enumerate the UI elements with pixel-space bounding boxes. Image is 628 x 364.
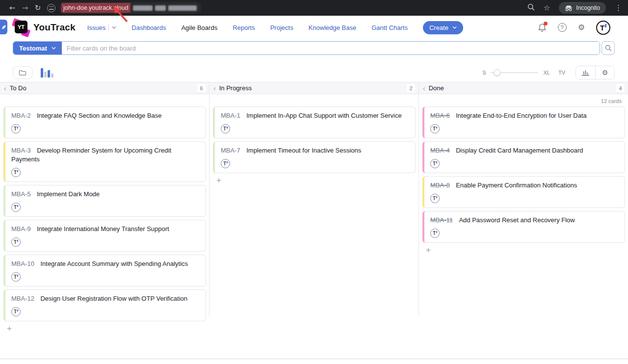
notifications-bell-icon[interactable] — [538, 23, 547, 32]
chart-button[interactable] — [576, 66, 595, 79]
add-card-button[interactable]: + — [7, 324, 14, 333]
slider-knob[interactable] — [494, 69, 500, 76]
column-todo: MBA-2 Integrate FAQ Section and Knowledg… — [0, 94, 209, 317]
user-avatar[interactable]: T — [596, 21, 610, 35]
youtrack-logo[interactable]: YT — [14, 20, 29, 35]
issue-card[interactable]: MBA-1 Implement In-App Chat Support with… — [213, 106, 416, 138]
issue-title: Display Credit Card Management Dashboard — [456, 147, 583, 154]
issue-title: Integrate End-to-End Encryption for User… — [456, 112, 587, 119]
assignee-avatar: T — [430, 159, 440, 168]
board-selector-label: Testomat — [19, 45, 47, 52]
avatar-mark — [436, 231, 437, 233]
collapse-column-icon[interactable]: ‹ — [4, 85, 6, 92]
add-card-button[interactable]: + — [426, 246, 433, 254]
forward-icon[interactable]: → — [19, 3, 31, 12]
avatar-mark — [17, 170, 18, 172]
board-selector-button[interactable]: Testomat — [13, 42, 62, 54]
notification-dot — [544, 22, 548, 26]
issue-id[interactable]: MBA-11 — [430, 216, 453, 224]
avatar-mark — [227, 127, 228, 129]
issue-card[interactable]: MBA-2 Integrate FAQ Section and Knowledg… — [3, 106, 206, 138]
issue-id[interactable]: MBA-1 — [221, 112, 240, 119]
assignee-avatar: T — [11, 168, 21, 177]
settings-gear-icon[interactable]: ⚙ — [578, 24, 585, 31]
issue-id[interactable]: MBA-7 — [221, 147, 240, 154]
issue-id[interactable]: MBA-5 — [11, 190, 31, 198]
filter-input[interactable] — [62, 42, 600, 54]
avatar-letter: T — [223, 161, 226, 166]
incognito-badge[interactable]: Incognito — [559, 2, 606, 14]
board-settings-button[interactable]: ⚙ — [595, 66, 614, 79]
projects-folder-button[interactable] — [13, 66, 32, 79]
nav-agile-boards[interactable]: Agile Boards — [181, 24, 217, 31]
assignee-avatar: T — [11, 307, 21, 316]
avatar-mark — [605, 24, 606, 27]
nav-dashboards[interactable]: Dashboards — [131, 24, 166, 31]
extension-sidetab[interactable] — [0, 20, 7, 34]
issue-card[interactable]: MBA-9 Integrate International Money Tran… — [3, 220, 206, 252]
avatar-letter: T — [14, 274, 17, 280]
help-icon[interactable]: ? — [558, 23, 567, 32]
avatar-letter: T — [433, 231, 436, 236]
avatar-letter: T — [14, 170, 17, 175]
issue-card[interactable]: MBA-11 Add Password Reset and Recovery F… — [422, 211, 625, 243]
issue-title: Implement In-App Chat Support with Custo… — [246, 112, 401, 119]
issue-title: Enable Payment Confirmation Notification… — [456, 182, 577, 189]
column-headers: ‹ To Do 6 ‹ In Progress 2 ‹ Done 4 — [0, 82, 628, 94]
avatar-letter: T — [600, 24, 604, 32]
site-settings-icon[interactable] — [47, 4, 55, 12]
nav-knowledge-base[interactable]: Knowledge Base — [309, 24, 357, 31]
column-in-progress: MBA-1 Implement In-App Chat Support with… — [209, 94, 419, 317]
back-icon[interactable]: ← — [6, 3, 19, 12]
nav-reports[interactable]: Reports — [233, 24, 255, 31]
create-button[interactable]: Create — [423, 21, 463, 34]
issue-card[interactable]: MBA-4 Display Credit Card Management Das… — [422, 141, 625, 173]
nav-gantt-charts[interactable]: Gantt Charts — [371, 24, 408, 31]
column-done: MBA-6 Integrate End-to-End Encryption fo… — [419, 94, 628, 317]
issue-id[interactable]: MBA-3 — [11, 147, 31, 154]
incognito-label: Incognito — [576, 4, 600, 11]
issue-id[interactable]: MBA-4 — [430, 147, 450, 154]
issue-card[interactable]: MBA-3 Develop Reminder System for Upcomi… — [3, 141, 206, 182]
avatar-mark — [17, 310, 18, 312]
zoom-search-icon[interactable] — [527, 3, 535, 12]
youtrack-logo-mark: YT — [15, 21, 27, 33]
card-size-large-label: XL — [543, 70, 550, 76]
issue-id[interactable]: MBA-8 — [430, 182, 450, 189]
bookmark-star-icon[interactable]: ☆ — [544, 4, 550, 12]
issue-card[interactable]: MBA-6 Integrate End-to-End Encryption fo… — [422, 106, 625, 138]
issue-id[interactable]: MBA-10 — [11, 260, 34, 267]
browser-menu-icon[interactable]: ⋮ — [615, 4, 622, 12]
issue-card[interactable]: MBA-8 Enable Payment Confirmation Notifi… — [422, 176, 625, 208]
card-size-slider[interactable] — [491, 69, 538, 76]
collapse-column-icon[interactable]: ‹ — [213, 85, 216, 92]
assignee-avatar: T — [430, 124, 440, 133]
nav-projects[interactable]: Projects — [270, 24, 293, 31]
add-card-button[interactable]: + — [216, 176, 223, 184]
column-name: Done — [429, 84, 444, 92]
search-button[interactable] — [602, 41, 615, 55]
nav-issues[interactable]: Issues — [87, 24, 117, 31]
issue-card[interactable]: MBA-7 Implement Timeout for Inactive Ses… — [213, 141, 416, 173]
reload-icon[interactable]: ↻ — [31, 3, 44, 12]
assignee-avatar: T — [11, 237, 21, 247]
issue-id[interactable]: MBA-12 — [11, 295, 34, 302]
address-bar[interactable]: john-doe.youtrack.cloud — [59, 2, 202, 14]
assignee-avatar: T — [11, 203, 21, 212]
assignee-avatar: T — [221, 124, 230, 133]
url-text[interactable]: john-doe.youtrack.cloud — [61, 3, 131, 13]
issue-card[interactable]: MBA-12 Design User Registration Flow wit… — [3, 289, 206, 321]
issue-card[interactable]: MBA-10 Integrate Account Summary with Sp… — [3, 255, 206, 286]
issue-id[interactable]: MBA-9 — [11, 225, 31, 233]
redacted-url-segment — [155, 5, 166, 11]
issue-id[interactable]: MBA-6 — [430, 112, 450, 119]
collapse-column-icon[interactable]: ‹ — [423, 85, 425, 92]
chevron-down-icon[interactable] — [112, 26, 116, 29]
issue-id[interactable]: MBA-2 — [11, 112, 31, 119]
app-header: YT YouTrack Issues Dashboards Agile Boar… — [0, 16, 628, 39]
chart-view-toggle-icon[interactable] — [41, 68, 53, 78]
issue-card[interactable]: MBA-5 Implement Dark Mode T — [3, 185, 206, 217]
issue-title: Design User Registration Flow with OTP V… — [40, 295, 187, 302]
issue-title: Integrate FAQ Section and Knowledge Base — [37, 112, 161, 119]
tv-mode-button[interactable]: TV — [558, 70, 565, 76]
